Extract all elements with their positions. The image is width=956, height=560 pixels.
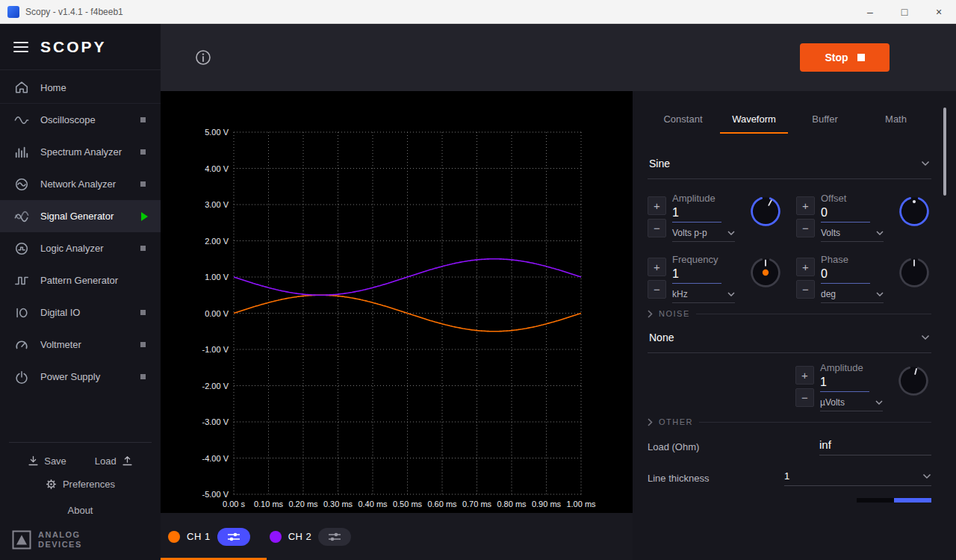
signal-generator-icon [13, 209, 30, 224]
stop-button[interactable]: Stop [800, 43, 890, 72]
stop-indicator[interactable] [140, 149, 146, 155]
save-icon [27, 455, 40, 467]
noise-amplitude-decrease-button[interactable]: − [795, 388, 814, 407]
offset-knob[interactable] [897, 194, 931, 228]
sidebar-item-network-analyzer[interactable]: Network Analyzer [0, 168, 161, 200]
stop-indicator[interactable] [140, 117, 146, 122]
save-button[interactable]: Save [27, 455, 66, 467]
svg-text:0.20 ms: 0.20 ms [288, 500, 318, 508]
channel-1-settings-button[interactable] [217, 528, 250, 546]
load-input[interactable]: inf [819, 438, 931, 455]
minimize-button[interactable]: – [853, 0, 887, 23]
channel-2-settings-button[interactable] [318, 528, 351, 546]
svg-text:0.70 ms: 0.70 ms [462, 500, 492, 508]
svg-text:0.80 ms: 0.80 ms [497, 500, 527, 508]
noise-amplitude-value-input[interactable]: 1 [820, 376, 869, 392]
about-button[interactable]: About [0, 497, 161, 524]
tab-buffer[interactable]: Buffer [789, 106, 860, 134]
maximize-button[interactable]: □ [887, 0, 922, 23]
waveform-plot[interactable]: 0.00 s0.10 ms0.20 ms0.30 ms0.40 ms0.50 m… [161, 91, 633, 513]
window-title: Scopy - v1.4.1 - f4beeb1 [25, 7, 123, 17]
svg-text:0.00 V: 0.00 V [205, 309, 229, 318]
preferences-button[interactable]: Preferences [0, 472, 161, 497]
stop-indicator[interactable] [140, 310, 146, 315]
tab-math[interactable]: Math [860, 106, 931, 134]
svg-text:-5.00 V: -5.00 V [202, 490, 229, 499]
other-section-header[interactable]: OTHER [648, 417, 931, 426]
noise-amplitude-increase-button[interactable]: + [795, 366, 814, 385]
frequency-value-input[interactable]: 1 [672, 267, 721, 284]
amplitude-decrease-button[interactable]: − [648, 219, 666, 237]
sidebar-item-home[interactable]: Home [0, 72, 161, 104]
load-label: Load (Ohm) [648, 441, 699, 452]
chevron-down-icon [727, 231, 735, 235]
offset-value-input[interactable]: 0 [821, 206, 870, 223]
frequency-knob[interactable] [748, 255, 783, 290]
noise-section-header[interactable]: NOISE [648, 309, 931, 318]
stop-indicator[interactable] [140, 342, 146, 347]
menu-icon[interactable] [13, 42, 28, 52]
stop-indicator[interactable] [140, 246, 146, 251]
noise-amplitude-unit-select[interactable]: µVolts [820, 392, 883, 411]
vertical-scrollbar[interactable] [943, 108, 946, 196]
chevron-down-icon [921, 335, 930, 340]
offset-unit-select[interactable]: Volts [821, 223, 884, 242]
svg-text:0.00 s: 0.00 s [223, 500, 245, 508]
channel-2-tab[interactable]: CH 2 [270, 528, 352, 546]
tab-waveform[interactable]: Waveform [718, 106, 789, 134]
frequency-unit-select[interactable]: kHz [672, 284, 735, 303]
phase-decrease-button[interactable]: − [796, 280, 815, 299]
sidebar-item-oscilloscope[interactable]: Oscilloscope [0, 104, 161, 136]
amplitude-unit-select[interactable]: Volts p-p [672, 223, 735, 242]
noise-type-select[interactable]: None [648, 326, 931, 353]
chevron-down-icon [875, 400, 883, 405]
sidebar-item-spectrum-analyzer[interactable]: Spectrum Analyzer [0, 136, 161, 168]
close-button[interactable]: × [922, 0, 956, 23]
sidebar-item-digital-io[interactable]: Digital IO [0, 296, 161, 329]
sidebar-item-voltmeter[interactable]: Voltmeter [0, 329, 161, 361]
stop-indicator[interactable] [140, 374, 146, 379]
home-icon [13, 80, 30, 95]
tab-constant[interactable]: Constant [648, 106, 718, 134]
svg-text:0.40 ms: 0.40 ms [358, 500, 388, 508]
analog-devices-icon [12, 530, 31, 550]
sidebar-nav: Home Oscilloscope Spectrum Analyzer [0, 72, 161, 393]
stop-indicator[interactable] [140, 181, 146, 187]
amplitude-value-input[interactable]: 1 [672, 206, 721, 223]
frequency-decrease-button[interactable]: − [648, 280, 666, 299]
amplitude-label: Amplitude [672, 193, 742, 204]
amplitude-control: + − Amplitude 1 Volts p-p [648, 185, 783, 242]
phase-increase-button[interactable]: + [796, 258, 815, 276]
sidebar-item-logic-analyzer[interactable]: Logic Analyzer [0, 232, 161, 264]
chevron-right-icon [648, 418, 653, 426]
svg-text:0.10 ms: 0.10 ms [254, 500, 284, 508]
phase-value-input[interactable]: 0 [821, 267, 870, 284]
sidebar-item-signal-generator[interactable]: Signal Generator [0, 200, 161, 232]
channel-1-color-dot [168, 531, 180, 543]
amplitude-increase-button[interactable]: + [648, 196, 666, 215]
phase-unit-select[interactable]: deg [821, 284, 884, 303]
offset-increase-button[interactable]: + [796, 196, 815, 215]
chevron-down-icon [727, 292, 735, 296]
info-button[interactable] [195, 49, 211, 66]
instrument-toolbar: Stop [161, 24, 956, 91]
phase-knob[interactable] [897, 255, 931, 290]
offset-decrease-button[interactable]: − [796, 219, 815, 237]
sidebar-item-pattern-generator[interactable]: Pattern Generator [0, 264, 161, 296]
load-button[interactable]: Load [95, 455, 134, 467]
frequency-label: Frequency [672, 254, 742, 265]
channel-1-tab[interactable]: CH 1 [168, 528, 250, 546]
svg-text:1.00 V: 1.00 V [205, 273, 229, 281]
svg-text:0.90 ms: 0.90 ms [532, 500, 562, 508]
sidebar-item-power-supply[interactable]: Power Supply [0, 361, 161, 393]
waveform-type-select[interactable]: Sine [648, 152, 931, 179]
noise-amplitude-knob[interactable] [896, 364, 931, 398]
frequency-increase-button[interactable]: + [648, 258, 666, 276]
svg-text:-3.00 V: -3.00 V [202, 417, 229, 426]
horizontal-scrollbar[interactable] [857, 498, 931, 503]
scrollbar-thumb[interactable] [894, 498, 931, 503]
noise-amplitude-control: + − Amplitude 1 µVolts [795, 355, 931, 411]
line-thickness-select[interactable]: 1 [784, 470, 931, 486]
amplitude-knob[interactable] [748, 194, 783, 228]
running-indicator[interactable] [141, 212, 148, 221]
